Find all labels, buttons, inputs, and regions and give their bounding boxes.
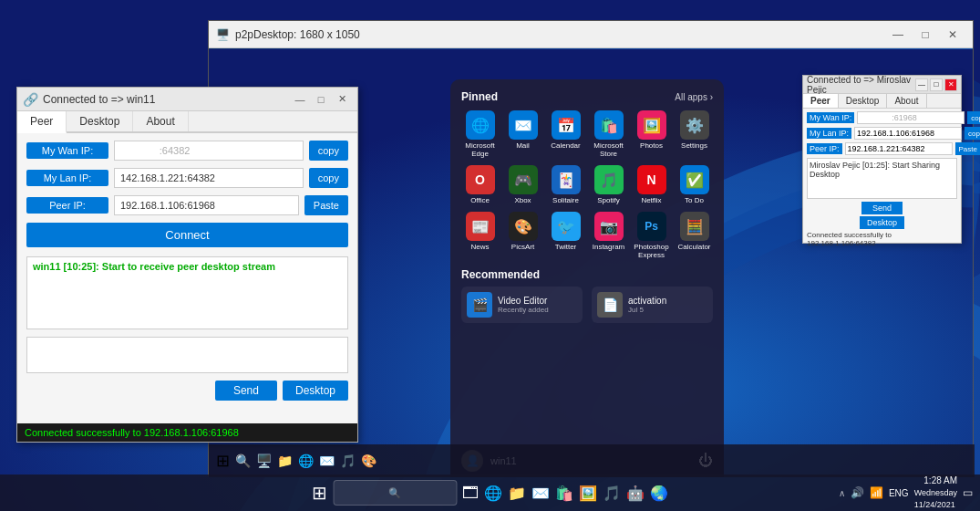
remote-taskbar-icon-4: ✉️ <box>319 454 335 468</box>
small-peer-paste-button[interactable]: Paste <box>955 142 980 155</box>
app-news[interactable]: 📰 News <box>461 212 499 259</box>
peer-ip-row: Peer IP: Paste <box>26 195 348 215</box>
taskview-button[interactable]: 🗔 <box>462 484 479 503</box>
taskbar-ai-icon[interactable]: 🤖 <box>626 485 645 502</box>
app-xbox[interactable]: 🎮 Xbox <box>504 165 542 204</box>
small-tab-about[interactable]: About <box>887 94 926 108</box>
small-minimize-button[interactable]: — <box>915 78 928 91</box>
taskbar-music-icon[interactable]: 🎵 <box>603 485 621 502</box>
lan-ip-copy-button[interactable]: copy <box>309 168 348 188</box>
main-window-title-area: 🖥️ p2pDesktop: 1680 x 1050 <box>216 28 360 41</box>
left-maximize-button[interactable]: □ <box>311 90 331 109</box>
app-news-label: News <box>470 243 489 251</box>
small-wan-copy-button[interactable]: copy <box>967 111 980 124</box>
small-desktop-button[interactable]: Desktop <box>860 216 904 229</box>
start-button[interactable]: ⊞ <box>312 482 327 504</box>
taskbar-lang[interactable]: ENG <box>889 488 909 498</box>
taskbar-mail-icon[interactable]: ✉️ <box>531 485 550 502</box>
small-wan-input[interactable] <box>857 111 965 124</box>
taskbar-globe-icon[interactable]: 🌏 <box>650 485 668 502</box>
app-office[interactable]: O Office <box>461 165 499 204</box>
app-todo-icon: ✅ <box>680 165 709 194</box>
rec-video-editor-info: Video Editor Recently added <box>498 296 549 314</box>
app-calculator[interactable]: 🧮 Calculator <box>676 212 713 259</box>
show-desktop-button[interactable]: ▭ <box>963 486 973 499</box>
small-status-text: Connected successfully to 192.168.1.106:… <box>807 231 957 247</box>
remote-all-apps-btn[interactable]: All apps › <box>675 92 713 102</box>
app-settings-icon: ⚙️ <box>680 110 709 140</box>
small-peer-input[interactable] <box>845 142 953 155</box>
app-edge[interactable]: 🌐 Microsoft Edge <box>461 110 499 158</box>
main-close-button[interactable]: ✕ <box>940 25 965 45</box>
left-minimize-button[interactable]: — <box>290 90 310 109</box>
wan-ip-input[interactable] <box>114 141 304 161</box>
rec-activation-name: activation <box>628 296 666 306</box>
taskbar-chevron-icon[interactable]: ∧ <box>839 488 845 498</box>
small-tab-desktop[interactable]: Desktop <box>839 94 888 108</box>
small-close-button[interactable]: ✕ <box>944 78 957 91</box>
main-minimize-button[interactable]: — <box>885 25 911 45</box>
rec-activation[interactable]: 📄 activation Jul 5 <box>592 287 713 323</box>
app-settings[interactable]: ⚙️ Settings <box>676 110 713 158</box>
app-twitter[interactable]: 🐦 Twitter <box>547 212 584 259</box>
left-close-button[interactable]: ✕ <box>332 90 352 109</box>
app-picsart-icon: 🎨 <box>509 212 538 241</box>
wan-ip-label: My Wan IP: <box>26 142 108 159</box>
taskbar-volume-icon[interactable]: 🔊 <box>851 486 864 499</box>
app-instagram[interactable]: 📷 Instagram <box>590 212 627 259</box>
taskbar-edge-icon[interactable]: 🌐 <box>484 485 502 502</box>
app-spotify[interactable]: 🎵 Spotify <box>590 165 627 204</box>
taskbar-photos-icon[interactable]: 🖼️ <box>579 485 597 502</box>
rec-video-editor[interactable]: 🎬 Video Editor Recently added <box>461 287 583 323</box>
app-picsart[interactable]: 🎨 PicsArt <box>504 212 542 259</box>
app-office-label: Office <box>470 196 490 204</box>
left-tab-desktop[interactable]: Desktop <box>67 111 133 131</box>
app-calendar[interactable]: 📅 Calendar <box>547 110 584 158</box>
small-lan-input[interactable] <box>854 127 962 140</box>
small-titlebar: Connected to => Miroslav Pejic — □ ✕ <box>803 76 961 94</box>
left-p2p-window: 🔗 Connected to => win11 — □ ✕ Peer Deskt… <box>16 87 358 443</box>
app-netflix-label: Netflix <box>641 196 661 204</box>
app-calculator-icon: 🧮 <box>680 212 709 241</box>
wan-ip-copy-button[interactable]: copy <box>309 141 348 161</box>
taskbar-explorer-icon[interactable]: 📁 <box>508 485 526 502</box>
small-lan-copy-button[interactable]: copy <box>965 127 980 140</box>
app-instagram-label: Instagram <box>593 243 625 251</box>
app-solitaire[interactable]: 🃏 Solitaire <box>547 165 584 204</box>
lan-ip-input[interactable] <box>114 168 304 188</box>
taskbar-store-icon[interactable]: 🛍️ <box>555 485 573 502</box>
left-tab-peer[interactable]: Peer <box>17 111 67 133</box>
small-window-title: Connected to => Miroslav Pejic <box>807 75 915 95</box>
connect-button[interactable]: Connect <box>26 223 348 247</box>
remote-search-icon[interactable]: 🔍 <box>235 454 251 468</box>
small-maximize-button[interactable]: □ <box>930 78 943 91</box>
app-todo[interactable]: ✅ To Do <box>676 165 713 204</box>
app-netflix[interactable]: N Netflix <box>633 165 670 204</box>
remote-pinned-label: Pinned <box>461 90 498 103</box>
small-chat-message: Miroslav Pejic [01:25]: Start Sharing De… <box>810 161 940 179</box>
system-clock[interactable]: 1:28 AM Wednesday11/24/2021 <box>914 474 957 510</box>
small-tab-peer[interactable]: Peer <box>803 94 839 108</box>
desktop-button[interactable]: Desktop <box>283 381 348 401</box>
peer-ip-input[interactable] <box>114 195 299 215</box>
wan-ip-row: My Wan IP: copy <box>26 141 348 161</box>
left-tab-about[interactable]: About <box>133 111 188 131</box>
small-lan-row: My Lan IP: copy <box>807 127 957 140</box>
peer-ip-paste-button[interactable]: Paste <box>304 195 348 215</box>
app-photos[interactable]: 🖼️ Photos <box>633 110 670 158</box>
small-lan-label: My Lan IP: <box>807 128 851 139</box>
search-bar[interactable]: 🔍 <box>333 480 457 506</box>
app-ps[interactable]: Ps Photoshop Express <box>633 212 670 259</box>
app-mail[interactable]: ✉️ Mail <box>504 110 542 158</box>
taskbar-network-icon[interactable]: 📶 <box>870 486 883 499</box>
remote-app-grid-2: O Office 🎮 Xbox 🃏 Solitaire 🎵 Spotify N <box>461 165 713 204</box>
app-ps-label: Photoshop Express <box>633 243 670 259</box>
message-input-area[interactable] <box>26 337 348 373</box>
app-store[interactable]: 🛍️ Microsoft Store <box>590 110 627 158</box>
send-button[interactable]: Send <box>215 381 277 401</box>
remote-start-button[interactable]: ⊞ <box>216 451 230 471</box>
rec-video-editor-sub: Recently added <box>498 306 549 314</box>
main-maximize-button[interactable]: □ <box>913 25 938 45</box>
app-calendar-icon: 📅 <box>552 110 581 140</box>
small-send-button[interactable]: Send <box>861 202 903 214</box>
